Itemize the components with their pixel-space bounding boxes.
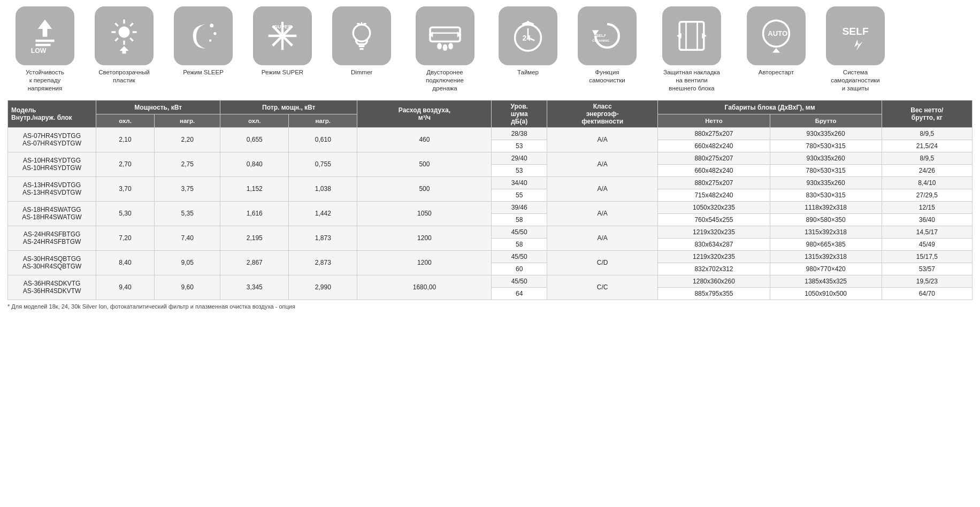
cons-cool-cell: 3,345 [220,275,289,299]
dims-netto-2: 660x482x240 [658,140,770,152]
dims-brutto-1: 930x335x260 [770,176,882,189]
dims-brutto-2: 890×580×350 [770,213,882,226]
icon-box-dual-drain [416,6,474,65]
noise-cell-1: 45/50 [492,250,547,263]
icon-label-light-plastic: Светопрозрачныйпластик [98,68,150,84]
model-cell: AS-13HR4SVDTGGAS-13HR4SVDTGW [8,176,96,201]
header-dims: Габариты блока (ДхВхГ), мм [658,100,882,114]
header-power: Мощность, кВт [96,100,220,114]
cons-cool-cell: 1,616 [220,201,289,226]
svg-text:SELF: SELF [596,33,606,38]
dims-brutto-2: 980×665×385 [770,238,882,250]
svg-rect-28 [430,27,460,41]
timer-icon: 24 [509,17,547,55]
icon-item-self-cleaning: SELF CLEANING Функциясамоочистки [570,6,645,84]
header-netto: Нетто [658,114,770,127]
dims-brutto-2: 980×770×420 [770,263,882,275]
power-heat-cell: 7,40 [155,226,220,250]
noise-cell-1: 34/40 [492,176,547,189]
cons-heat-cell: 1,442 [289,201,357,226]
svg-text:24: 24 [523,34,531,42]
icon-label-super: Режим SUPER [262,68,303,76]
noise-cell-1: 45/50 [492,226,547,238]
icon-label-auto-restart: Авторестарт [759,68,794,76]
cons-heat-cell: 2,873 [289,250,357,275]
icon-item-low-voltage: LOW Устойчивостьк перепадунапряжения [7,6,82,93]
weight-1: 19,5/23 [882,275,972,287]
power-cool-cell: 2,70 [96,152,155,176]
weight-2: 24/26 [882,164,972,176]
dimmer-icon [343,17,380,55]
header-airflow: Расход воздуха,м³/ч [357,100,492,127]
icon-item-auto-restart: AUTO Авторестарт [739,6,814,76]
svg-text:LOW: LOW [31,47,47,55]
footnote: * Для моделей 18к, 24, 30k Silver Ion, ф… [7,303,973,310]
icon-box-self-diag: SELF [826,6,885,65]
icon-item-dimmer: Dimmer [324,6,399,76]
weight-1: 12/15 [882,201,972,213]
valve-cover-icon [673,17,710,55]
icon-box-auto-restart: AUTO [747,6,806,65]
noise-cell-1: 39/46 [492,201,547,213]
table-row: AS-18HR4SWATGGAS-18HR4SWATGW5,305,351,61… [8,201,973,213]
page-wrapper: LOW Устойчивостьк перепадунапряжения [0,0,980,315]
airflow-cell: 500 [357,152,492,176]
power-heat-cell: 9,60 [155,275,220,299]
light-plastic-icon [105,17,143,55]
icon-label-dual-drain: Двусторонееподключениедренажа [426,68,464,93]
cons-cool-cell: 2,195 [220,226,289,250]
cons-cool-cell: 2,867 [220,250,289,275]
svg-marker-50 [772,48,780,53]
weight-2: 64/70 [882,287,972,299]
icon-box-light-plastic [95,6,154,65]
dims-brutto-1: 1315x392x318 [770,250,882,263]
dims-brutto-2: 780×530×315 [770,164,882,176]
power-heat-cell: 2,20 [155,127,220,152]
icon-box-super: SUPER [253,6,312,65]
icon-item-light-plastic: Светопрозрачныйпластик [87,6,162,84]
icon-box-dimmer [332,6,391,65]
svg-rect-1 [36,40,55,42]
icon-label-self-diag: Системасамодиагностикии защиты [831,68,880,93]
header-cool2: охл. [220,114,289,127]
weight-1: 15/17,5 [882,250,972,263]
self-diag-icon: SELF [837,17,874,55]
airflow-cell: 1050 [357,201,492,226]
icon-box-sleep [174,6,233,65]
airflow-cell: 1200 [357,226,492,250]
svg-line-9 [115,23,118,26]
weight-1: 8/9,5 [882,152,972,164]
power-cool-cell: 2,10 [96,127,155,152]
dims-netto-2: 830x634x287 [658,238,770,250]
dims-brutto-1: 1118x392x318 [770,201,882,213]
dims-netto-1: 880x275x207 [658,176,770,189]
svg-marker-52 [854,40,863,51]
noise-cell-2: 53 [492,140,547,152]
svg-point-31 [442,44,447,51]
noise-cell-2: 58 [492,238,547,250]
header-cons: Потр. мощн., кВт [220,100,357,114]
weight-2: 36/40 [882,213,972,226]
energy-cell: A/A [547,176,657,201]
energy-cell: C/C [547,275,657,299]
svg-point-14 [210,24,213,27]
noise-cell-2: 58 [492,213,547,226]
model-cell: AS-18HR4SWATGGAS-18HR4SWATGW [8,201,96,226]
weight-2: 21,5/24 [882,140,972,152]
energy-cell: A/A [547,226,657,250]
header-model: МодельВнутр./наруж. блок [8,100,96,127]
power-heat-cell: 3,75 [155,176,220,201]
svg-line-10 [130,38,133,41]
airflow-cell: 1200 [357,250,492,275]
icon-item-timer: 24 Таймер [491,6,565,76]
power-cool-cell: 9,40 [96,275,155,299]
noise-cell-1: 29/40 [492,152,547,164]
model-cell: AS-24HR4SFBTGGAS-24HR4SFBTGW [8,226,96,250]
dims-netto-1: 1050x320x235 [658,201,770,213]
dims-netto-1: 880x275x207 [658,152,770,164]
airflow-cell: 1680,00 [357,275,492,299]
dims-brutto-1: 930x335x260 [770,127,882,140]
weight-2: 53/57 [882,263,972,275]
noise-cell-2: 55 [492,189,547,201]
dims-netto-2: 885x795x355 [658,287,770,299]
